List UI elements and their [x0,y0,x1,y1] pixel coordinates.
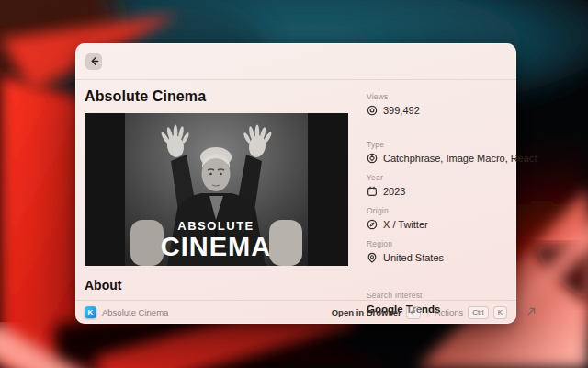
type-label: Type [367,140,537,149]
compass-icon [367,219,378,230]
views-label: Views [367,92,537,101]
know-your-meme-app-icon: K [85,306,96,318]
back-button[interactable] [85,53,102,70]
meta-region: Region United States [367,239,537,263]
footer-separator: | [426,307,429,317]
open-in-browser-button[interactable]: Open in Browser ↵ [332,306,422,319]
actions-button[interactable]: Actions Ctrl K [435,306,507,319]
views-icon [367,105,378,116]
extension-window: Absolute Cinema [75,43,516,324]
meta-origin: Origin X / Twitter [367,206,537,230]
footer-app-title: Absolute Cinema [102,307,168,317]
open-in-browser-label: Open in Browser [332,307,401,317]
page-title: Absolute Cinema [85,88,348,105]
back-arrow-icon [89,56,99,66]
window-header [75,43,516,80]
year-label: Year [367,173,537,182]
type-icon [367,153,378,164]
region-label: Region [367,239,537,248]
meme-image: ABSOLUTE CINEMA [85,113,348,266]
content-area: Absolute Cinema [75,80,516,300]
ctrl-key-badge: Ctrl [468,306,488,319]
enter-key-badge: ↵ [406,306,422,319]
action-bar: K Absolute Cinema Open in Browser ↵ | Ac… [75,300,516,324]
main-column: Absolute Cinema [75,80,356,300]
external-link-icon [526,304,537,315]
meta-year: Year 2023 [367,173,537,197]
meme-caption-main: CINEMA [161,232,271,261]
region-value: United States [383,252,444,263]
map-pin-icon [367,252,378,263]
calendar-icon [367,186,378,197]
meta-views: Views 399,492 [367,92,537,116]
k-key-badge: K [493,306,507,319]
search-interest-label: Search Interest [367,291,537,300]
type-value: Catchphrase, Image Macro, React [383,153,537,164]
origin-label: Origin [367,206,537,215]
meta-type: Type Catchphrase, Image Macro, React [367,140,537,164]
metadata-sidebar: Views 399,492 Type Catchphrase, Image Ma… [356,80,548,300]
origin-value: X / Twitter [383,219,428,230]
year-value: 2023 [383,186,405,197]
about-heading: About [85,278,348,293]
meme-caption-top: ABSOLUTE [177,219,254,233]
views-value: 399,492 [383,105,420,116]
actions-label: Actions [435,307,463,317]
